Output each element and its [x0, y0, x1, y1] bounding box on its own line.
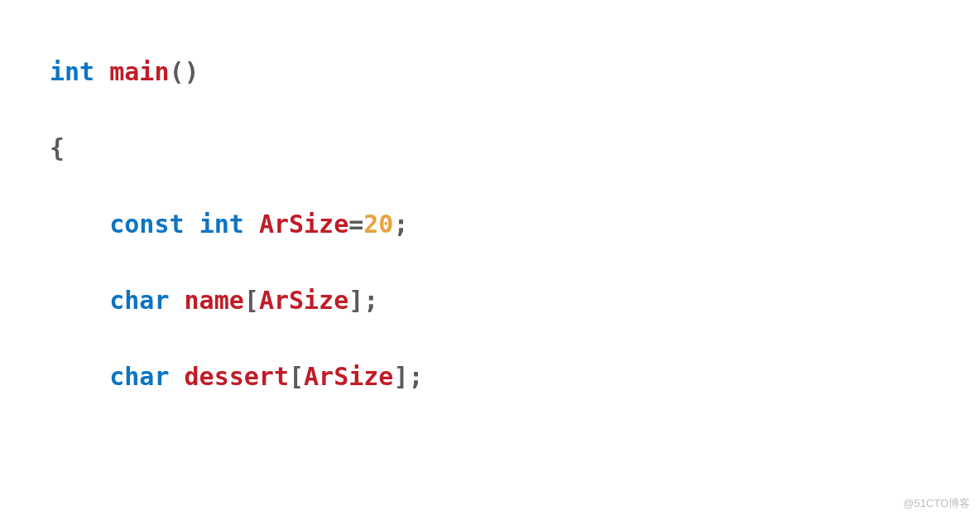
code-snippet: int main() { const int ArSize=20; char n…	[0, 0, 980, 516]
bracket-close-semi: ];	[393, 362, 423, 391]
number-20: 20	[363, 210, 393, 239]
identifier-dessert: dessert	[185, 362, 289, 391]
code-line-7: cout<<"Enter your name:\n";	[50, 510, 980, 516]
semicolon: ;	[393, 210, 408, 239]
bracket-open: [	[289, 362, 304, 391]
code-line-5: char dessert[ArSize];	[50, 358, 980, 396]
bracket-close-semi: ];	[348, 286, 378, 315]
keyword-const: const	[109, 210, 184, 239]
paren-open-close: ()	[170, 57, 199, 86]
keyword-int: int	[199, 210, 244, 239]
identifier-main: main	[109, 57, 169, 86]
code-line-4: char name[ArSize];	[50, 282, 980, 320]
keyword-int: int	[50, 57, 94, 86]
bracket-open: [	[244, 286, 259, 315]
brace-open: {	[50, 133, 65, 162]
identifier-arsize: ArSize	[304, 362, 393, 391]
keyword-char: char	[109, 362, 169, 391]
identifier-arsize: ArSize	[259, 286, 348, 315]
identifier-arsize: ArSize	[259, 210, 348, 239]
code-line-2: {	[50, 129, 980, 167]
keyword-char: char	[109, 286, 169, 315]
identifier-name: name	[185, 286, 244, 315]
equals: =	[348, 210, 363, 239]
code-line-1: int main()	[50, 53, 980, 91]
code-line-3: const int ArSize=20;	[50, 205, 980, 244]
code-line-blank	[50, 434, 980, 472]
watermark-text: @51CTO博客	[903, 496, 970, 511]
